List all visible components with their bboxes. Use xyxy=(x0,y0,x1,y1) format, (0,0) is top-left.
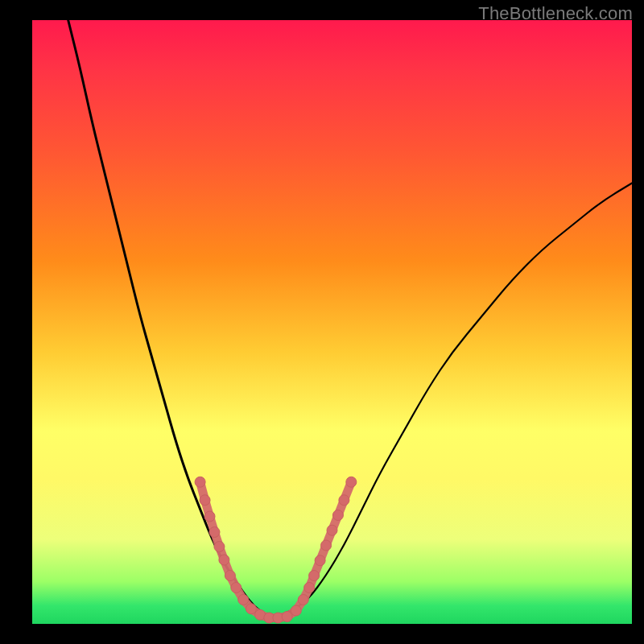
marker-dot xyxy=(298,595,308,605)
marker-dot xyxy=(321,540,332,551)
curve-lines xyxy=(68,20,632,618)
chart-frame: TheBottleneck.com xyxy=(0,0,644,644)
marker-dot xyxy=(291,605,301,616)
marker-dot xyxy=(195,477,205,487)
marker-dot xyxy=(200,495,210,506)
marker-dot xyxy=(214,542,225,552)
chart-svg xyxy=(32,20,632,624)
marker-dot xyxy=(304,583,315,593)
marker-dot xyxy=(327,525,337,535)
marker-dot xyxy=(238,595,249,605)
curve-left-branch xyxy=(68,20,272,618)
marker-dot xyxy=(346,477,357,487)
marker-dot xyxy=(332,510,343,521)
curve-markers xyxy=(195,477,357,623)
marker-dot xyxy=(315,555,325,566)
marker-dot xyxy=(309,571,320,581)
marker-dot xyxy=(209,527,220,538)
marker-dot xyxy=(246,604,256,614)
marker-dot xyxy=(204,511,215,522)
marker-dot xyxy=(225,571,235,581)
marker-dot xyxy=(219,555,229,565)
marker-dot xyxy=(282,612,292,622)
marker-dot xyxy=(231,583,242,593)
marker-dot xyxy=(339,495,349,506)
plot-area xyxy=(32,20,632,624)
